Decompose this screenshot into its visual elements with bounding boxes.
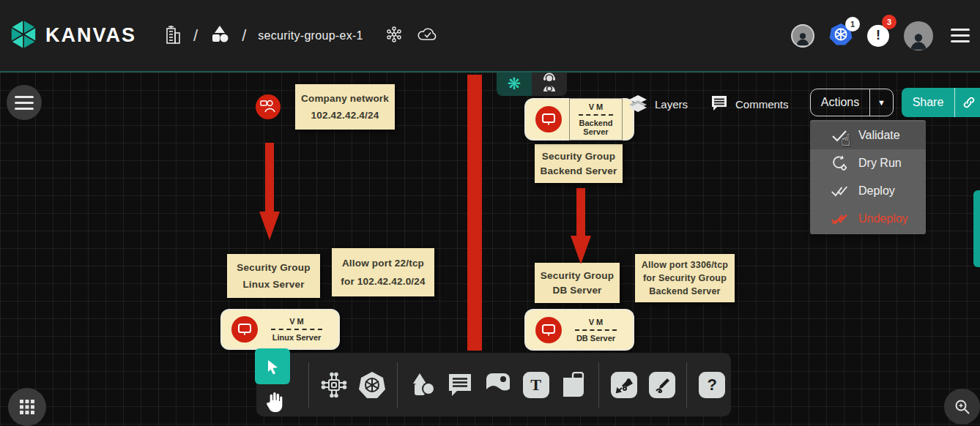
comments-icon (710, 94, 728, 114)
zoom-in-button[interactable] (944, 389, 980, 425)
layers-button[interactable]: Layers (628, 94, 688, 114)
chevron-down-icon: ▼ (877, 98, 886, 107)
menu-item-undeploy[interactable]: Undeploy (810, 205, 926, 233)
note-line: Linux Server (242, 279, 304, 290)
brand-logo[interactable]: KANVAS (9, 19, 136, 53)
text-tool-button[interactable]: T (520, 363, 552, 407)
red-divider-bar[interactable] (467, 75, 482, 351)
cursor-arrow-icon (264, 358, 281, 375)
menu-item-deploy[interactable]: Deploy (810, 177, 926, 205)
company-network-node[interactable] (256, 94, 281, 119)
actions-button[interactable]: Actions ▼ (810, 89, 894, 116)
note-line: Allow port 22/tcp (342, 258, 424, 269)
share-button[interactable]: Share (902, 88, 980, 117)
help-icon: ? (699, 372, 725, 398)
arrow-sg-backend-to-sg-db[interactable] (576, 188, 585, 236)
alert-count-badge: 3 (882, 15, 897, 29)
app-root: KANVAS / / security (0, 0, 980, 426)
spiral-presence-button[interactable]: ❋ (497, 72, 532, 96)
select-tool-button[interactable] (255, 348, 290, 384)
vm-name: Linux Server (265, 333, 328, 342)
note-company-network[interactable]: Company network 102.42.42.4/24 (295, 84, 395, 130)
header-menu-icon[interactable] (948, 26, 973, 45)
note-allow-db[interactable]: Allow port 3306/tcp for Security Group B… (635, 254, 735, 302)
headset-user-button[interactable] (532, 72, 567, 96)
menu-item-dry-run[interactable]: Dry Run (810, 149, 926, 177)
brand-name: KANVAS (45, 24, 136, 47)
zoom-in-icon (954, 398, 971, 416)
note-sg-linux[interactable]: Security Group Linux Server (227, 254, 320, 298)
canvas-menu-icon (12, 93, 37, 113)
comments-button[interactable]: Comments (710, 94, 789, 114)
layers-icon (628, 94, 647, 114)
note-allow-ssh[interactable]: Allow port 22/tcp for 102.42.42.0/24 (332, 248, 434, 296)
help-button[interactable]: ? (696, 363, 728, 407)
kubernetes-tool-button[interactable] (356, 363, 388, 407)
check-icon (831, 129, 848, 142)
share-link-section[interactable] (954, 88, 980, 117)
vm-label: V M Backend Server (569, 98, 623, 141)
canvas-menu-button[interactable] (7, 85, 42, 120)
menu-label: Validate (858, 129, 900, 142)
design-nodes-icon[interactable] (385, 26, 403, 46)
note-line: 102.42.42.4/24 (311, 110, 379, 121)
sticky-note-tool-button[interactable] (557, 363, 590, 407)
hand-tool-button[interactable] (261, 388, 287, 416)
pencil-tool-button[interactable] (646, 363, 678, 407)
menu-label: Deploy (858, 184, 895, 198)
note-sg-backend[interactable]: Security Group Backend Server (535, 144, 623, 183)
grid-icon (19, 399, 35, 415)
vm-type: V M (265, 317, 328, 326)
image-tool-button[interactable] (482, 363, 514, 407)
vm-divider (271, 329, 322, 330)
vm-type: V M (573, 102, 619, 111)
pen-tool-button[interactable] (608, 363, 640, 407)
vm-card-linux-server[interactable]: V M Linux Server (222, 310, 338, 348)
shapes-tool-button[interactable] (407, 363, 439, 407)
pen-tool-icon (611, 372, 637, 398)
vm-monitor-icon (535, 317, 562, 343)
header-right-cluster: 1 ! 3 (791, 0, 973, 71)
alerts-indicator[interactable]: ! 3 (867, 25, 889, 47)
note-line: Security Group (541, 270, 614, 281)
note-sg-db[interactable]: Security Group DB Server (535, 263, 620, 303)
collaborator-avatar[interactable] (791, 24, 814, 48)
toolbar-divider (686, 362, 687, 408)
apps-grid-button[interactable] (8, 388, 46, 426)
pencil-tool-icon (649, 372, 675, 398)
double-check-icon (831, 184, 848, 198)
note-line: for 102.42.42.0/24 (341, 276, 425, 287)
actions-caret-box[interactable]: ▼ (869, 89, 893, 116)
breadcrumb-separator: / (193, 26, 198, 45)
arrow-company-to-sg-linux[interactable] (265, 143, 274, 212)
shapes-icon (409, 371, 437, 399)
note-line: Backend Server (541, 165, 617, 176)
breadcrumb-project-name[interactable]: security-group-ex-1 (258, 29, 363, 42)
right-panel-handle[interactable] (973, 190, 980, 267)
kubernetes-count-badge: 1 (845, 17, 860, 31)
kubernetes-status[interactable]: 1 (829, 23, 853, 49)
menu-item-validate[interactable]: Validate (810, 122, 926, 149)
note-line: Company network (301, 93, 389, 104)
actions-dropdown-menu: Validate Dry Run Deploy (810, 120, 926, 234)
toolbar-divider (598, 362, 599, 408)
vm-monitor-icon (231, 316, 258, 343)
user-with-screen-icon (260, 98, 276, 116)
vm-card-backend-server[interactable]: V M Backend Server (526, 100, 633, 139)
diagram-canvas[interactable]: ❋ (0, 71, 980, 426)
toolbar-divider (397, 362, 398, 408)
sticky-note-icon (560, 372, 587, 398)
hand-icon (264, 391, 283, 413)
double-check-slash-icon (831, 212, 848, 225)
infrastructure-tool-button[interactable] (318, 363, 350, 407)
user-avatar[interactable] (904, 21, 933, 51)
vm-divider (579, 114, 613, 116)
vm-card-db-server[interactable]: V M DB Server (526, 310, 633, 349)
menu-label: Dry Run (858, 157, 902, 170)
image-icon (485, 372, 511, 398)
vm-type: V M (569, 318, 623, 326)
comment-tool-button[interactable] (444, 363, 476, 407)
organization-icon[interactable] (163, 24, 182, 48)
project-shapes-icon[interactable] (209, 24, 230, 48)
kanvas-hexagon-icon (9, 19, 38, 53)
